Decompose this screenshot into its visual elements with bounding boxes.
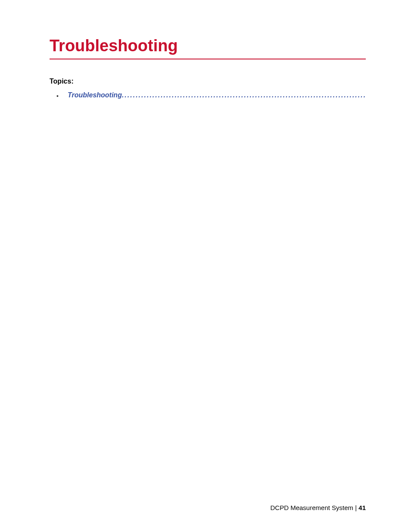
footer-document-title: DCPD Measurement System — [271, 504, 354, 511]
toc-entry: • Troubleshooting.......................… — [50, 91, 366, 99]
document-page: Troubleshooting Topics: • Troubleshootin… — [0, 0, 411, 532]
topics-heading: Topics: — [50, 78, 366, 85]
toc-link-troubleshooting[interactable]: Troubleshooting — [68, 91, 122, 99]
toc-leader-dots: ........................................… — [122, 91, 366, 99]
page-footer: DCPD Measurement System | 41 — [271, 504, 366, 511]
footer-page-number: 41 — [358, 504, 366, 511]
footer-separator: | — [353, 504, 358, 511]
table-of-contents: • Troubleshooting.......................… — [50, 91, 366, 99]
chapter-title: Troubleshooting — [50, 37, 366, 59]
bullet-icon: • — [56, 93, 59, 99]
